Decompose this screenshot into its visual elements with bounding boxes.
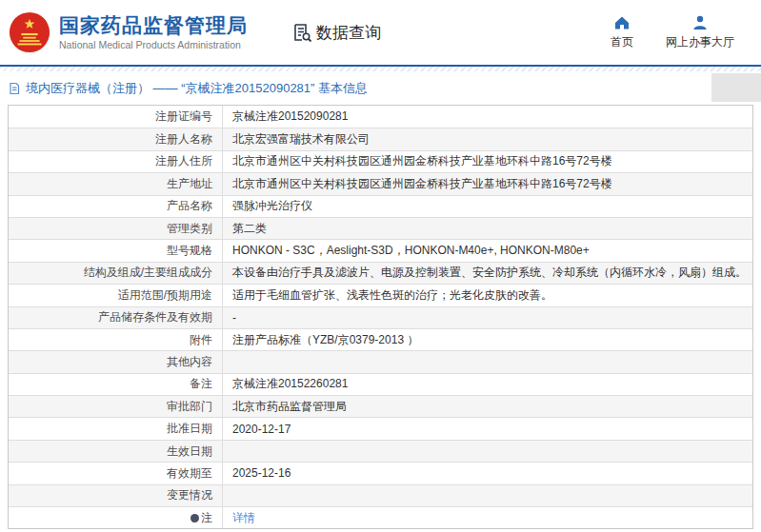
table-row: 产品储存条件及有效期- (9, 306, 752, 328)
table-row: 备注京械注准20152260281 (9, 373, 752, 395)
table-row: 附件注册产品标准（YZB/京0379-2013 ） (9, 328, 752, 350)
table-row: 生产地址北京市通州区中关村科技园区通州园金桥科技产业基地环科中路16号72号楼 (9, 172, 752, 194)
row-value: 适用于毛细血管扩张、浅表性色斑的治疗；光老化皮肤的改善。 (223, 285, 752, 305)
row-label: 产品名称 (9, 196, 223, 217)
row-label: 产品储存条件及有效期 (9, 307, 223, 328)
row-label: 其他内容 (9, 351, 223, 372)
table-row: 其他内容 (9, 350, 752, 372)
breadcrumb: 境内医疗器械（注册） —— “京械注准20152090281” 基本信息 (26, 80, 368, 97)
registration-info-table: 注册证编号京械注准20152090281注册人名称北京宏强富瑞技术有限公司注册人… (8, 105, 753, 529)
row-value: 强脉冲光治疗仪 (223, 196, 752, 217)
table-row: 批准日期2020-12-17 (9, 417, 752, 439)
row-value: 第二类 (223, 218, 752, 239)
data-query-heading: 数据查询 (291, 22, 381, 44)
table-row: 生效日期 (9, 440, 752, 462)
table-row: 型号规格HONKON - S3C，Aeslight-S3D，HONKON-M40… (9, 239, 752, 261)
row-label: 适用范围/预期用途 (9, 285, 223, 305)
brand: 国家药品监督管理局 National Medical Products Admi… (8, 10, 248, 54)
row-value: 详情 (223, 507, 752, 528)
nav-online-service-hall[interactable]: 网上办事大厅 (666, 14, 734, 50)
row-label: 生效日期 (9, 441, 223, 462)
header-nav: 首页 网上办事大厅 (611, 14, 748, 50)
row-label: 附件 (9, 329, 223, 350)
table-row: 注详情 (9, 506, 752, 528)
table-row: 注册人住所北京市通州区中关村科技园区通州园金桥科技产业基地环科中路16号72号楼 (9, 150, 752, 172)
detail-link[interactable]: 详情 (232, 510, 255, 526)
row-value: - (223, 307, 752, 328)
nav-home[interactable]: 首页 (611, 14, 633, 50)
row-label: 有效期至 (9, 463, 223, 483)
site-header: 国家药品监督管理局 National Medical Products Admi… (0, 0, 761, 67)
document-icon (8, 82, 21, 95)
row-value (223, 351, 752, 372)
table-row: 注册证编号京械注准20152090281 (9, 106, 752, 128)
row-value (223, 441, 752, 462)
table-row: 结构及组成/主要组成成分本设备由治疗手具及滤波片、电源及控制装置、安全防护系统、… (9, 262, 752, 284)
nav-online-service-hall-label: 网上办事大厅 (666, 34, 734, 50)
table-row: 有效期至2025-12-16 (9, 462, 752, 483)
row-label: 备注 (9, 374, 223, 395)
breadcrumb-bar: 境内医疗器械（注册） —— “京械注准20152090281” 基本信息 (0, 71, 761, 105)
data-query-label: 数据查询 (316, 22, 381, 44)
row-value: 京械注准20152260281 (223, 374, 752, 395)
person-icon (691, 14, 709, 31)
row-label: 型号规格 (9, 240, 223, 261)
table-row: 适用范围/预期用途适用于毛细血管扩张、浅表性色斑的治疗；光老化皮肤的改善。 (9, 284, 752, 305)
row-label: 管理类别 (9, 218, 223, 239)
site-subtitle: National Medical Products Administration (59, 39, 248, 50)
row-label: 注册人名称 (9, 128, 223, 149)
table-row: 变更情况 (9, 484, 752, 506)
row-value (223, 485, 752, 506)
row-label: 审批部门 (9, 396, 223, 417)
table-row: 产品名称强脉冲光治疗仪 (9, 195, 752, 217)
breadcrumb-right-box (711, 73, 761, 102)
data-query-icon (291, 22, 312, 43)
nav-home-label: 首页 (611, 34, 633, 50)
row-value: 北京市药品监督管理局 (223, 396, 752, 417)
row-value: 注册产品标准（YZB/京0379-2013 ） (223, 329, 752, 350)
row-label: 变更情况 (9, 485, 223, 506)
row-label: 生产地址 (9, 173, 223, 194)
row-value: 京械注准20152090281 (223, 106, 752, 128)
table-row: 注册人名称北京宏强富瑞技术有限公司 (9, 128, 752, 149)
row-label: 注 (9, 507, 223, 528)
row-value: 北京宏强富瑞技术有限公司 (223, 128, 752, 149)
row-label: 注册证编号 (9, 106, 223, 128)
row-label: 批准日期 (9, 418, 223, 439)
row-value: 2020-12-17 (223, 418, 752, 439)
table-row: 审批部门北京市药品监督管理局 (9, 395, 752, 417)
row-value: HONKON - S3C，Aeslight-S3D，HONKON-M40e+, … (223, 240, 752, 261)
row-label: 注册人住所 (9, 151, 223, 172)
table-row: 管理类别第二类 (9, 217, 752, 239)
note-icon (190, 514, 199, 522)
row-value: 本设备由治疗手具及滤波片、电源及控制装置、安全防护系统、冷却系统（内循环水冷，风… (223, 263, 752, 284)
home-icon (613, 14, 631, 31)
row-value: 北京市通州区中关村科技园区通州园金桥科技产业基地环科中路16号72号楼 (223, 151, 752, 172)
row-value: 北京市通州区中关村科技园区通州园金桥科技产业基地环科中路16号72号楼 (223, 173, 752, 194)
site-title: 国家药品监督管理局 (59, 14, 248, 37)
national-emblem-logo (8, 10, 51, 54)
row-label: 结构及组成/主要组成成分 (9, 263, 223, 284)
row-value: 2025-12-16 (223, 463, 752, 483)
